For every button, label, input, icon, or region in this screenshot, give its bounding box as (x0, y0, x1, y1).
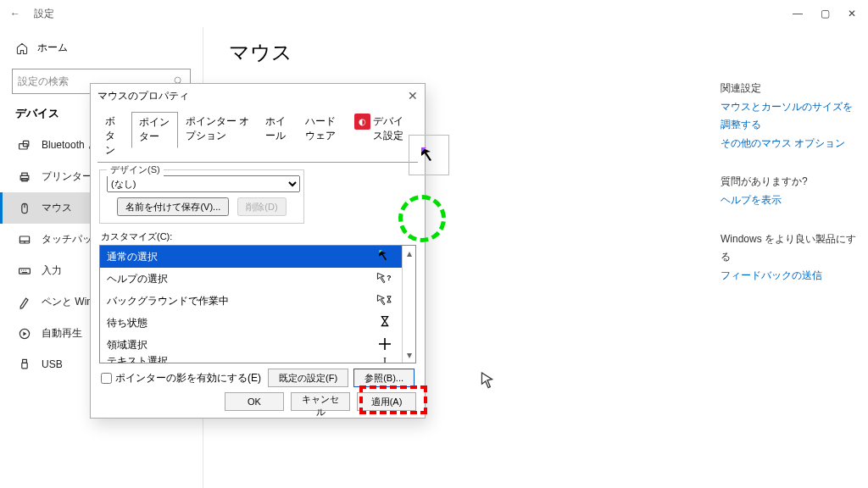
list-item-label: 通常の選択 (107, 250, 158, 264)
svg-rect-18 (23, 359, 27, 363)
tab-pointers[interactable]: ポインター (131, 112, 178, 148)
maximize-button[interactable]: ▢ (819, 8, 831, 19)
tab-device-icon[interactable]: ◐ (354, 114, 370, 130)
svg-rect-12 (19, 268, 31, 273)
cursor-busy-icon (375, 314, 395, 332)
cursor-help-icon: ? (375, 270, 395, 288)
tab-hardware[interactable]: ハードウェア (298, 111, 350, 147)
cursor-listbox[interactable]: 通常の選択 ヘルプの選択 ? バックグラウンドで作業中 待ち状態 (99, 245, 416, 363)
listbox-scrollbar[interactable]: ▴ ▾ (402, 246, 415, 363)
defaults-button[interactable]: 既定の設定(F) (268, 369, 348, 387)
svg-rect-19 (22, 363, 27, 368)
tab-wheel[interactable]: ホイール (258, 111, 298, 147)
keyboard-icon (18, 264, 31, 278)
list-item-busy[interactable]: 待ち状態 (100, 312, 402, 334)
tab-pointer-options[interactable]: ポインター オプション (178, 111, 258, 147)
printer-icon (18, 170, 31, 184)
sidebar-item-label: USB (42, 358, 63, 370)
link-feedback[interactable]: フィードバックの送信 (721, 267, 856, 286)
shadow-label: ポインターの影を有効にする(E) (115, 371, 261, 385)
home-icon (15, 42, 29, 55)
link-mouse-options[interactable]: その他のマウス オプション (721, 135, 856, 153)
cursor-working-icon (375, 292, 395, 310)
system-cursor-icon (481, 372, 493, 391)
customize-label: カスタマイズ(C): (101, 230, 415, 243)
list-item-precision[interactable]: 領域選択 (100, 334, 402, 356)
related-settings: 関連設定 マウスとカーソルのサイズを調整する その他のマウス オプション 質問が… (721, 59, 856, 285)
dialog-tabs: ボタン ポインター ポインター オプション ホイール ハードウェア ◐ デバイス… (91, 108, 425, 162)
link-cursor-size[interactable]: マウスとカーソルのサイズを調整する (721, 98, 856, 135)
minimize-button[interactable]: — (792, 8, 804, 19)
cursor-preview (409, 135, 449, 175)
design-label: デザイン(S) (107, 164, 164, 176)
close-window-button[interactable]: ✕ (846, 8, 858, 19)
back-icon[interactable]: ← (10, 8, 27, 19)
mouse-properties-dialog: マウスのプロパティ ✕ ボタン ポインター ポインター オプション ホイール ハ… (90, 83, 426, 419)
title-bar: ← 設定 — ▢ ✕ (0, 0, 868, 27)
dialog-title: マウスのプロパティ (97, 89, 408, 103)
nav-home[interactable]: ホーム (0, 34, 203, 62)
apply-button[interactable]: 適用(A) (357, 392, 416, 411)
window-title: 設定 (34, 7, 792, 21)
scroll-up-icon[interactable]: ▴ (407, 247, 412, 259)
delete-button: 削除(D) (237, 197, 286, 216)
saveas-button[interactable]: 名前を付けて保存(V)... (117, 197, 229, 216)
usb-icon (18, 358, 31, 371)
cancel-button[interactable]: キャンセル (291, 392, 350, 411)
list-item-working[interactable]: バックグラウンドで作業中 (100, 290, 402, 312)
sidebar-item-label: 入力 (42, 263, 62, 278)
design-select[interactable]: (なし) (107, 175, 300, 192)
list-item-text[interactable]: テキスト選択 I (100, 356, 402, 363)
cursor-text-icon: I (375, 355, 395, 363)
mouse-icon (18, 202, 31, 215)
cursor-normal-icon (375, 248, 395, 266)
touchpad-icon (18, 233, 31, 247)
autoplay-icon (18, 327, 31, 341)
help-header: 質問がありますか? (721, 173, 856, 191)
list-item-label: テキスト選択 (107, 354, 168, 363)
sidebar-item-label: 自動再生 (42, 326, 82, 341)
link-show-help[interactable]: ヘルプを表示 (721, 191, 856, 210)
dialog-close-button[interactable]: ✕ (408, 89, 418, 103)
bluetooth-icon (18, 139, 31, 152)
nav-home-label: ホーム (37, 41, 68, 55)
ok-button[interactable]: OK (225, 392, 284, 411)
feedback-header: Windows をより良い製品にする (721, 230, 856, 267)
pen-icon (18, 296, 31, 309)
list-item-label: ヘルプの選択 (107, 272, 168, 286)
svg-text:?: ? (387, 273, 391, 281)
cursor-preview-icon (419, 145, 439, 165)
list-item-normal[interactable]: 通常の選択 (100, 246, 402, 268)
related-header: 関連設定 (721, 80, 856, 98)
list-item-help[interactable]: ヘルプの選択 ? (100, 268, 402, 290)
browse-button[interactable]: 参照(B)... (353, 369, 415, 387)
sidebar-item-label: マウス (42, 201, 72, 215)
svg-rect-5 (22, 173, 27, 175)
list-item-label: 領域選択 (107, 338, 147, 352)
scroll-down-icon[interactable]: ▾ (407, 349, 412, 361)
list-item-label: バックグラウンドで作業中 (107, 294, 229, 308)
cursor-precision-icon (375, 337, 395, 353)
design-group: デザイン(S) (なし) 名前を付けて保存(V)... 削除(D) (99, 169, 304, 224)
tab-buttons[interactable]: ボタン (97, 111, 131, 162)
list-item-label: 待ち状態 (107, 316, 147, 330)
shadow-checkbox[interactable] (101, 373, 112, 384)
